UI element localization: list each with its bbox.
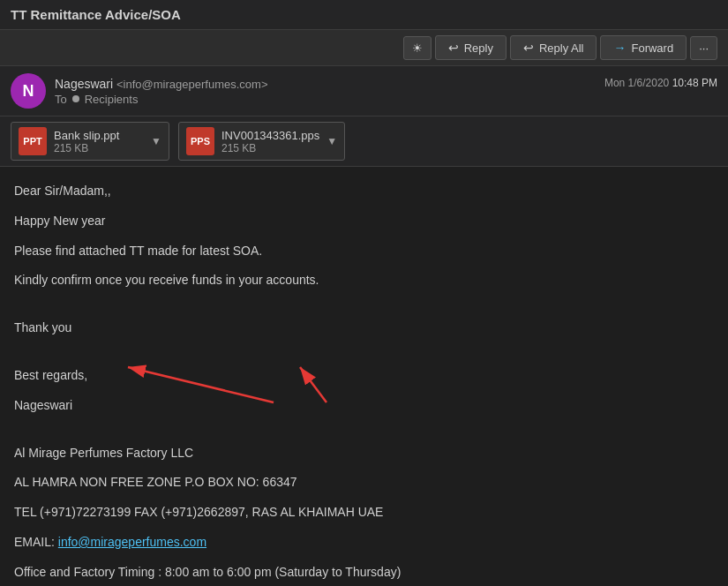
line1: Happy New year xyxy=(14,211,714,232)
sender-name: Nageswari xyxy=(55,77,113,91)
toolbar: ☀ ↩ Reply ↩ Reply All → Forward ··· xyxy=(0,30,728,66)
sender-email: <info@mirageperfumes.com> xyxy=(116,78,267,91)
company: Al Mirage Perfumes Factory LLC xyxy=(14,443,714,464)
attachment-name-1: Bank slip.ppt xyxy=(54,129,119,142)
attachment-item-1[interactable]: PPT Bank slip.ppt 215 KB ▼ xyxy=(11,122,169,161)
reply-all-button[interactable]: ↩ Reply All xyxy=(510,35,597,60)
attachment-details-1: Bank slip.ppt 215 KB xyxy=(54,129,119,154)
email-body: Dear Sir/Madam,, Happy New year Please f… xyxy=(0,167,728,586)
best-regards: Best regards, xyxy=(14,365,714,387)
recipients-dot xyxy=(72,95,79,102)
attachment-icon-2: PPS xyxy=(186,127,214,155)
date: Mon 1/6/2020 xyxy=(604,77,669,89)
greeting: Dear Sir/Madam,, xyxy=(14,181,714,202)
sun-icon: ☀ xyxy=(412,41,423,55)
attachment-size-1: 215 KB xyxy=(54,142,119,154)
tel: TEL (+971)72273199 FAX (+971)2662897, RA… xyxy=(14,502,714,523)
reply-label: Reply xyxy=(464,41,493,55)
line2: Please find attached TT made for latest … xyxy=(14,241,714,262)
reply-all-label: Reply All xyxy=(539,41,584,55)
avatar: N xyxy=(11,73,46,109)
line3: Kindly confirm once you receive funds in… xyxy=(14,270,714,291)
sun-button[interactable]: ☀ xyxy=(403,36,432,60)
more-button[interactable]: ··· xyxy=(690,36,717,60)
header-bar: TT Remittance Advice/SOA xyxy=(0,0,728,30)
attachment-size-2: 215 KB xyxy=(221,142,319,154)
sign-name: Nageswari xyxy=(14,395,714,417)
email-subject: TT Remittance Advice/SOA xyxy=(11,7,181,22)
attachment-dropdown-2[interactable]: ▼ xyxy=(326,135,337,147)
reply-icon: ↩ xyxy=(448,41,459,55)
time: 10:48 PM xyxy=(672,77,717,89)
attachment-dropdown-1[interactable]: ▼ xyxy=(151,135,161,147)
email-link[interactable]: info@mirageperfumes.com xyxy=(58,535,206,549)
more-icon: ··· xyxy=(699,41,709,55)
attachment-icon-1: PPT xyxy=(19,127,47,155)
sender-name-line: Nageswari <info@mirageperfumes.com> xyxy=(55,77,267,91)
address: AL HAMRA NON FREE ZONE P.O BOX NO: 66347 xyxy=(14,472,714,493)
reply-all-icon: ↩ xyxy=(523,41,534,55)
office: Office and Factory Timing : 8:00 am to 6… xyxy=(14,562,714,583)
email-label: EMAIL: xyxy=(14,535,58,549)
sender-info: Nageswari <info@mirageperfumes.com> To R… xyxy=(55,77,267,106)
email-line: EMAIL: info@mirageperfumes.com xyxy=(14,532,714,553)
forward-icon: → xyxy=(613,41,626,55)
attachment-name-2: INV001343361.pps xyxy=(221,129,319,142)
attachments-row: PPT Bank slip.ppt 215 KB ▼ PPS INV001343… xyxy=(0,116,728,167)
attachment-item-2[interactable]: PPS INV001343361.pps 215 KB ▼ xyxy=(178,122,345,161)
attachment-details-2: INV001343361.pps 215 KB xyxy=(221,129,319,154)
thank-you: Thank you xyxy=(14,318,714,339)
forward-label: Forward xyxy=(631,41,673,55)
recipients-label: Recipients xyxy=(85,93,139,106)
reply-button[interactable]: ↩ Reply xyxy=(435,35,507,60)
sender-row: N Nageswari <info@mirageperfumes.com> To… xyxy=(0,66,728,116)
sender-to-row: To Recipients xyxy=(55,93,267,106)
email-body-container[interactable]: Dear Sir/Madam,, Happy New year Please f… xyxy=(0,167,728,586)
sender-left: N Nageswari <info@mirageperfumes.com> To… xyxy=(11,73,267,109)
to-label: To xyxy=(55,93,67,106)
timestamp: Mon 1/6/2020 10:48 PM xyxy=(604,73,717,89)
forward-button[interactable]: → Forward xyxy=(600,35,687,60)
